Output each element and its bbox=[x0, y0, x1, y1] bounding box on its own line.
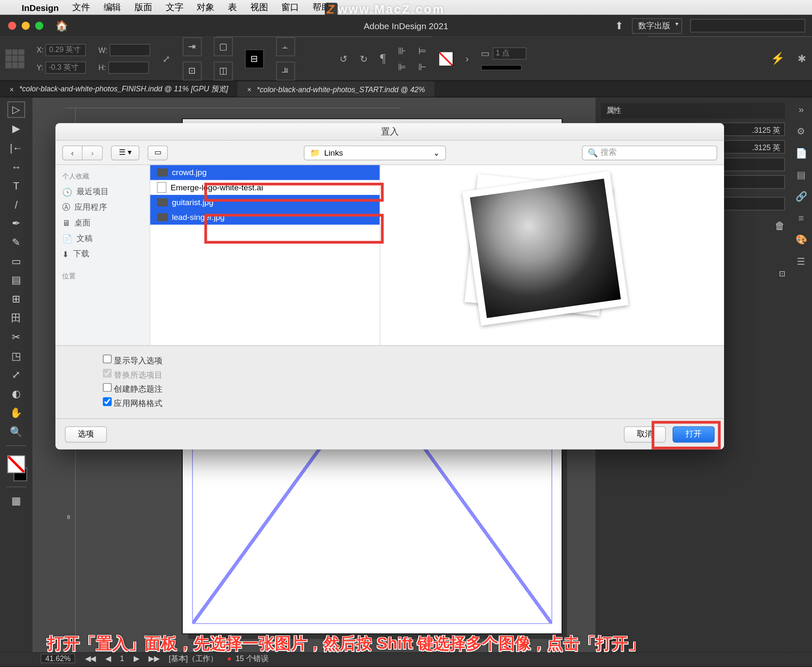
create-caption-checkbox[interactable]: 创建静态题注 bbox=[103, 383, 677, 395]
nav-forward-button[interactable]: › bbox=[82, 145, 103, 160]
search-input[interactable]: 🔍 搜索 bbox=[582, 145, 717, 160]
location-select[interactable]: 📁Links⌄ bbox=[304, 145, 446, 160]
close-tab-icon[interactable]: × bbox=[247, 85, 251, 93]
sidebar-item-recents[interactable]: 🕓最近项目 bbox=[55, 184, 149, 200]
group-button[interactable]: ▭ bbox=[148, 145, 168, 160]
line-tool-icon[interactable]: / bbox=[8, 196, 25, 212]
document-tab[interactable]: ×*color-black-and-white-photos_START.ind… bbox=[238, 81, 435, 97]
window-minimize-button[interactable] bbox=[22, 22, 30, 30]
preview-mode-icon[interactable]: ▦ bbox=[8, 493, 25, 509]
rectangle-frame-tool-icon[interactable]: ▭ bbox=[8, 253, 25, 269]
x-input[interactable] bbox=[46, 44, 86, 56]
reference-point-grid[interactable] bbox=[5, 49, 25, 68]
stroke-panel-icon[interactable]: ≡ bbox=[798, 212, 804, 223]
menu-window[interactable]: 窗口 bbox=[281, 1, 299, 14]
file-item[interactable]: Emerge-logo-white-test.ai bbox=[150, 180, 379, 195]
menu-object[interactable]: 对象 bbox=[197, 1, 214, 14]
selection-tool-icon[interactable]: ▷ bbox=[8, 102, 25, 118]
horizontal-ruler[interactable] bbox=[65, 97, 401, 108]
menu-type[interactable]: 文字 bbox=[166, 1, 184, 14]
gradient-swatch-tool-icon[interactable]: ⤢ bbox=[8, 367, 25, 383]
trash-icon[interactable]: 🗑 bbox=[775, 220, 785, 231]
zoom-tool-icon[interactable]: 🔍 bbox=[8, 424, 25, 440]
preset-label[interactable]: [基本]（工作） bbox=[169, 653, 217, 664]
more-arrow-icon[interactable]: › bbox=[466, 53, 469, 64]
align-top-icon[interactable]: ⫠ bbox=[276, 37, 295, 56]
fill-stroke-swatch[interactable] bbox=[8, 456, 25, 473]
stroke-style-select[interactable] bbox=[481, 65, 521, 70]
y-input[interactable] bbox=[45, 61, 86, 74]
share-icon[interactable]: ⬆ bbox=[615, 19, 624, 32]
page-nav-prev-icon[interactable]: ◀◀ bbox=[85, 654, 96, 663]
sidebar-item-applications[interactable]: Ⓐ应用程序 bbox=[55, 200, 149, 215]
align-h-icon[interactable]: ⊨ bbox=[418, 45, 426, 56]
gradient-feather-tool-icon[interactable]: ◐ bbox=[8, 386, 25, 402]
paragraph-style-icon[interactable]: ¶ bbox=[380, 52, 386, 66]
h-input[interactable] bbox=[108, 61, 148, 74]
page-tool-icon[interactable]: |← bbox=[8, 140, 25, 156]
gpu-icon[interactable]: ⚡ bbox=[771, 52, 785, 66]
w-input[interactable] bbox=[110, 44, 150, 56]
zoom-select[interactable]: 41.62% bbox=[41, 654, 75, 663]
page-nav-next-icon[interactable]: ▶▶ bbox=[148, 654, 159, 663]
auto-fit-icon[interactable]: ⊟ bbox=[245, 49, 264, 68]
sidebar-item-documents[interactable]: 📄文稿 bbox=[55, 231, 149, 247]
document-tab[interactable]: ×*color-black-and-white-photos_FINISH.in… bbox=[0, 81, 238, 97]
cancel-button[interactable]: 取消 bbox=[624, 426, 666, 442]
window-maximize-button[interactable] bbox=[35, 22, 43, 30]
window-close-button[interactable] bbox=[8, 22, 16, 30]
direct-selection-tool-icon[interactable]: ▶ bbox=[8, 121, 25, 137]
show-import-options-checkbox[interactable]: 显示导入选项 bbox=[103, 354, 677, 367]
gap-tool-icon[interactable]: ↔ bbox=[8, 158, 25, 174]
menu-file[interactable]: 文件 bbox=[72, 1, 90, 14]
fill-swatch[interactable] bbox=[439, 51, 453, 66]
scale-icon[interactable]: ⤢ bbox=[162, 53, 170, 64]
align-v-icon[interactable]: ⊩ bbox=[418, 61, 426, 72]
page-nav-next-icon[interactable]: ▶ bbox=[134, 654, 139, 663]
pencil-tool-icon[interactable]: ✎ bbox=[8, 234, 25, 250]
properties-header[interactable]: 属性 bbox=[601, 103, 785, 118]
rotate-ccw-icon[interactable]: ↺ bbox=[340, 53, 348, 64]
adjust-icon[interactable]: ⚙ bbox=[797, 126, 806, 137]
center-content-icon[interactable]: ◫ bbox=[214, 61, 233, 80]
file-item[interactable]: crowd.jpg bbox=[150, 165, 379, 180]
fit-frame-icon[interactable]: ⊡ bbox=[183, 61, 202, 80]
menu-table[interactable]: 表 bbox=[228, 1, 237, 14]
workspace-select[interactable]: 数字出版 bbox=[632, 18, 682, 33]
menu-view[interactable]: 视图 bbox=[250, 1, 268, 14]
menu-app[interactable]: InDesign bbox=[22, 3, 59, 13]
menu-edit[interactable]: 编辑 bbox=[104, 1, 121, 14]
fit-content-icon[interactable]: ⇥ bbox=[183, 37, 202, 56]
preflight-errors[interactable]: 15 个错误 bbox=[227, 653, 269, 664]
pages-icon[interactable]: 📄 bbox=[796, 148, 807, 159]
close-tab-icon[interactable]: × bbox=[9, 85, 14, 93]
grid-toggle-icon[interactable]: ⊡ bbox=[779, 269, 785, 278]
file-item[interactable]: guitarist.jpg bbox=[150, 195, 379, 210]
align-bottom-icon[interactable]: ⫡ bbox=[276, 61, 295, 80]
view-mode-button[interactable]: ☰ ▾ bbox=[111, 145, 139, 160]
menu-icon[interactable]: ☰ bbox=[797, 256, 806, 267]
pen-tool-icon[interactable]: ✒ bbox=[8, 215, 25, 231]
fill-frame-icon[interactable]: ▢ bbox=[214, 37, 233, 56]
hand-tool-icon[interactable]: ✋ bbox=[8, 405, 25, 421]
apply-grid-checkbox[interactable]: 应用网格格式 bbox=[103, 397, 677, 409]
rectangle-tool-icon[interactable]: ▤ bbox=[8, 272, 25, 288]
distribute-v-icon[interactable]: ⊫ bbox=[398, 61, 406, 72]
expand-panels-icon[interactable]: » bbox=[798, 104, 804, 115]
options-button[interactable]: 选项 bbox=[65, 426, 107, 442]
sidebar-item-downloads[interactable]: ⬇下载 bbox=[55, 246, 149, 262]
page-field[interactable]: 1 bbox=[120, 654, 124, 662]
table-tool-icon[interactable]: 田 bbox=[8, 310, 25, 326]
stroke-size-input[interactable] bbox=[492, 47, 526, 59]
grid-tool-icon[interactable]: ⊞ bbox=[8, 291, 25, 307]
menu-layout[interactable]: 版面 bbox=[134, 1, 152, 14]
swatches-icon[interactable]: 🎨 bbox=[796, 234, 807, 245]
type-tool-icon[interactable]: T bbox=[8, 177, 25, 193]
sidebar-item-desktop[interactable]: 🖥桌面 bbox=[55, 215, 149, 231]
settings-icon[interactable]: ✱ bbox=[798, 52, 807, 65]
file-list[interactable]: crowd.jpg Emerge-logo-white-test.ai guit… bbox=[150, 165, 380, 345]
colors-icon[interactable]: ▤ bbox=[797, 169, 806, 180]
scissors-tool-icon[interactable]: ✂ bbox=[8, 329, 25, 345]
page-nav-prev-icon[interactable]: ◀ bbox=[105, 654, 111, 663]
app-search[interactable] bbox=[690, 19, 805, 33]
